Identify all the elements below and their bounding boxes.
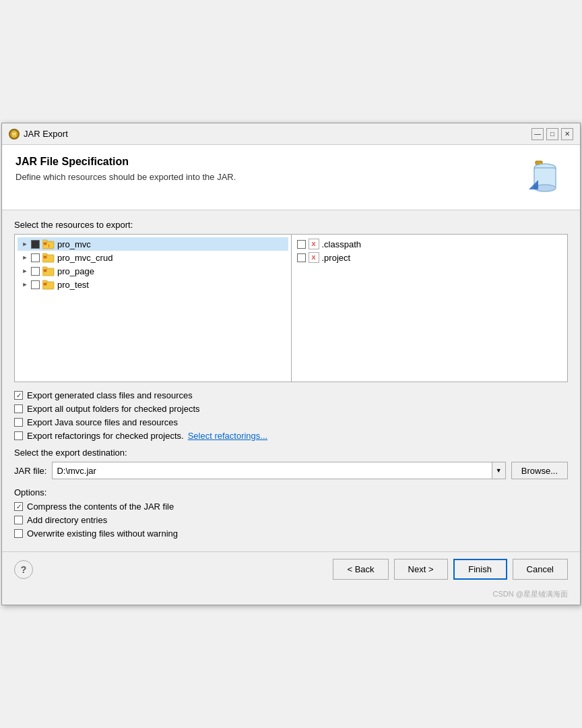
jar-icon — [9, 129, 20, 140]
folder-icon-pro-mvc-crud — [42, 252, 55, 263]
content-area: Select the resources to export: ► j pro_… — [2, 210, 580, 551]
tree-label-pro-mvc: pro_mvc — [57, 239, 91, 249]
export-classes-row: Export generated class files and resourc… — [14, 390, 568, 400]
help-button[interactable]: ? — [14, 560, 33, 579]
classpath-file-icon: X — [309, 239, 319, 249]
jar-options-section: Options: Compress the contents of the JA… — [14, 487, 568, 539]
title-bar-left: JAR Export — [9, 129, 68, 140]
header-text: JAR File Specification Define which reso… — [15, 156, 236, 182]
checkbox-pro-page[interactable] — [31, 267, 40, 276]
footer-left: ? — [14, 560, 33, 579]
compress-row: Compress the contents of the JAR file — [14, 502, 568, 512]
resource-section-label: Select the resources to export: — [14, 220, 568, 230]
resource-tree-container: ► j pro_mvc ► — [14, 234, 568, 382]
svg-point-2 — [12, 135, 17, 138]
directory-label: Add directory entries — [27, 515, 107, 525]
expand-arrow-pro-mvc[interactable]: ► — [20, 239, 30, 249]
destination-section: Select the export destination: JAR file:… — [14, 448, 568, 479]
checkbox-pro-mvc-crud[interactable] — [31, 253, 40, 262]
next-button[interactable]: Next > — [394, 559, 448, 580]
export-source-label: Export Java source files and resources — [27, 417, 178, 427]
svg-rect-13 — [42, 253, 47, 256]
title-bar-text: JAR Export — [24, 129, 68, 139]
folder-icon-pro-test — [42, 279, 55, 290]
minimize-button[interactable]: — — [531, 128, 544, 140]
export-refactorings-row: Export refactorings for checked projects… — [14, 431, 568, 441]
title-bar-controls: — □ ✕ — [531, 128, 573, 140]
checkbox-classpath[interactable] — [297, 240, 306, 249]
file-item-project[interactable]: X .project — [294, 251, 565, 264]
checkbox-overwrite[interactable] — [14, 529, 23, 538]
export-source-row: Export Java source files and resources — [14, 417, 568, 427]
jar-export-dialog: JAR Export — □ ✕ JAR File Specification … — [1, 123, 581, 605]
checkbox-directory[interactable] — [14, 516, 23, 524]
file-item-classpath[interactable]: X .classpath — [294, 237, 565, 251]
destination-label: Select the export destination: — [14, 448, 568, 458]
tree-label-pro-page: pro_page — [57, 266, 94, 276]
jar-file-input[interactable] — [53, 466, 491, 476]
folder-icon-pro-mvc: j — [42, 239, 55, 249]
options-label: Options: — [14, 487, 568, 497]
dialog-title: JAR File Specification — [15, 156, 236, 168]
dialog-footer: ? < Back Next > Finish Cancel — [2, 551, 580, 586]
close-button[interactable]: ✕ — [561, 128, 573, 140]
export-options-section: Export generated class files and resourc… — [14, 390, 568, 441]
right-tree-panel[interactable]: X .classpath X .project — [292, 234, 569, 382]
maximize-button[interactable]: □ — [546, 128, 558, 140]
checkbox-export-classes[interactable] — [14, 391, 23, 400]
jar-file-input-wrapper: ▼ — [52, 462, 505, 479]
footer-right: < Back Next > Finish Cancel — [333, 559, 568, 580]
watermark: CSDN @星星铺满海面 — [2, 586, 580, 605]
back-button[interactable]: < Back — [333, 559, 388, 580]
overwrite-row: Overwrite existing files without warning — [14, 528, 568, 539]
checkbox-compress[interactable] — [14, 502, 23, 511]
tree-item-pro-mvc-crud[interactable]: ► pro_mvc_crud — [18, 251, 288, 264]
expand-arrow-pro-test[interactable]: ► — [20, 280, 30, 289]
svg-rect-19 — [42, 280, 47, 283]
svg-marker-7 — [529, 180, 538, 189]
tree-label-pro-test: pro_test — [57, 280, 89, 290]
export-output-row: Export all output folders for checked pr… — [14, 404, 568, 414]
svg-rect-20 — [44, 283, 46, 285]
expand-arrow-pro-page[interactable]: ► — [20, 266, 30, 276]
checkbox-project[interactable] — [297, 253, 306, 262]
checkbox-export-source[interactable] — [14, 418, 23, 427]
checkbox-export-refactorings[interactable] — [14, 431, 23, 440]
jar-file-dropdown-btn[interactable]: ▼ — [492, 462, 505, 479]
checkbox-pro-mvc[interactable] — [31, 240, 40, 249]
svg-rect-10 — [44, 243, 46, 245]
project-file-icon: X — [309, 252, 319, 263]
checkbox-pro-test[interactable] — [31, 280, 40, 289]
tree-item-pro-page[interactable]: ► pro_page — [18, 264, 288, 278]
svg-rect-9 — [42, 240, 47, 243]
header-jar-icon — [523, 156, 567, 199]
export-classes-label: Export generated class files and resourc… — [27, 390, 193, 400]
cancel-button[interactable]: Cancel — [513, 559, 568, 580]
title-bar: JAR Export — □ ✕ — [2, 123, 580, 145]
overwrite-label: Overwrite existing files without warning — [27, 528, 178, 539]
file-label-classpath: .classpath — [322, 239, 362, 249]
jar-file-label: JAR file: — [14, 466, 46, 476]
select-refactorings-link[interactable]: Select refactorings... — [188, 431, 268, 441]
dialog-description: Define which resources should be exporte… — [15, 172, 236, 182]
export-refactorings-label: Export refactorings for checked projects… — [27, 431, 184, 441]
file-label-project: .project — [322, 253, 351, 263]
header-section: JAR File Specification Define which reso… — [2, 145, 580, 210]
tree-item-pro-mvc[interactable]: ► j pro_mvc — [18, 237, 288, 251]
svg-rect-17 — [44, 270, 46, 272]
tree-label-pro-mvc-crud: pro_mvc_crud — [57, 253, 112, 263]
compress-label: Compress the contents of the JAR file — [27, 502, 174, 512]
left-tree-panel[interactable]: ► j pro_mvc ► — [14, 234, 292, 382]
folder-icon-pro-page — [42, 266, 55, 276]
finish-button[interactable]: Finish — [453, 559, 507, 580]
browse-button[interactable]: Browse... — [511, 462, 568, 479]
directory-row: Add directory entries — [14, 515, 568, 525]
destination-row: JAR file: ▼ Browse... — [14, 462, 568, 479]
expand-arrow-pro-mvc-crud[interactable]: ► — [20, 253, 30, 262]
svg-rect-16 — [42, 267, 47, 270]
svg-rect-14 — [44, 256, 46, 258]
checkbox-export-output[interactable] — [14, 404, 23, 413]
tree-item-pro-test[interactable]: ► pro_test — [18, 278, 288, 291]
export-output-label: Export all output folders for checked pr… — [27, 404, 200, 414]
